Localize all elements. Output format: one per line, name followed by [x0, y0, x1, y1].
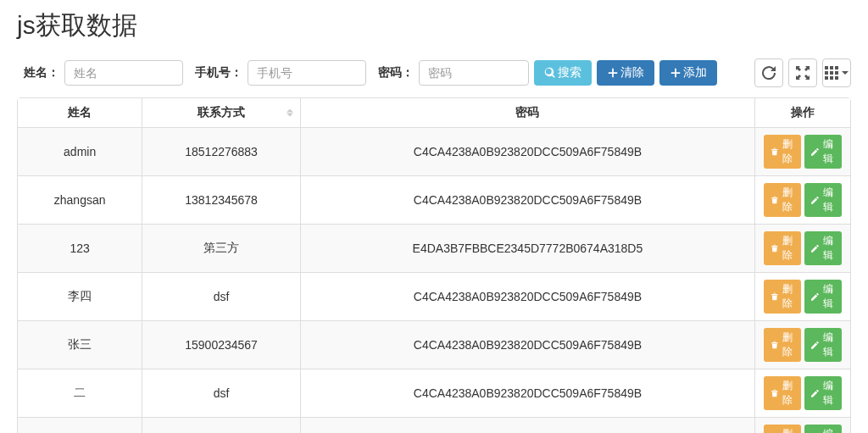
- col-contact[interactable]: 联系方式: [142, 98, 301, 128]
- cell-name: 123: [18, 225, 142, 273]
- table-row: 二 dsf C4CA4238A0B923820DCC509A6F75849B 删…: [18, 369, 850, 418]
- edit-button[interactable]: 编辑: [804, 231, 842, 265]
- pencil-icon: [811, 291, 820, 303]
- trash-icon: [771, 291, 779, 303]
- table-row: 张三 15900234567 C4CA4238A0B923820DCC509A6…: [18, 321, 850, 369]
- edit-button[interactable]: 编辑: [804, 280, 842, 314]
- cell-password: C4CA4238A0B923820DCC509A6F75849B: [301, 176, 755, 225]
- col-name[interactable]: 姓名: [18, 98, 142, 128]
- trash-icon: [771, 242, 779, 254]
- delete-button[interactable]: 删除: [764, 183, 801, 217]
- phone-label: 手机号：: [195, 65, 242, 80]
- cell-name: 张三: [18, 321, 142, 369]
- table-toolbar-right: [754, 58, 851, 87]
- name-input[interactable]: [64, 60, 183, 86]
- cell-password: C4CA4238A0B923820DCC509A6F75849B: [301, 128, 755, 176]
- cell-password: C4CA4238A0B923820DCC509A6F75849B: [301, 273, 755, 321]
- table-row: zhangsan 13812345678 C4CA4238A0B923820DC…: [18, 176, 850, 225]
- cell-contact: dsf: [142, 273, 301, 321]
- cell-contact: dsf: [142, 369, 301, 418]
- delete-button[interactable]: 删除: [764, 376, 801, 410]
- cell-password: C4CA4238A0B923820DCC509A6F75849B: [301, 418, 755, 433]
- cell-name: 李四: [18, 273, 142, 321]
- refresh-button[interactable]: [754, 58, 783, 87]
- cell-contact: 18512276883: [142, 128, 301, 176]
- plus-icon: [607, 67, 619, 79]
- name-label: 姓名：: [24, 65, 59, 80]
- delete-button[interactable]: 删除: [764, 280, 801, 314]
- refresh-icon: [762, 66, 776, 80]
- plus-icon: [670, 67, 682, 79]
- password-label: 密码：: [378, 65, 414, 80]
- pencil-icon: [811, 339, 820, 351]
- col-password[interactable]: 密码: [301, 98, 755, 128]
- delete-button[interactable]: 删除: [764, 135, 801, 169]
- trash-icon: [771, 387, 779, 399]
- edit-button[interactable]: 编辑: [804, 376, 842, 410]
- pencil-icon: [811, 146, 820, 158]
- cell-name: 二: [18, 369, 142, 418]
- phone-input[interactable]: [248, 60, 366, 86]
- password-input[interactable]: [419, 60, 529, 86]
- table-header-row: 姓名 联系方式 密码 操作: [18, 98, 850, 128]
- edit-button[interactable]: 编辑: [804, 425, 842, 433]
- add-button-label: 添加: [683, 65, 707, 80]
- clear-button-label: 清除: [620, 65, 644, 80]
- delete-button[interactable]: 删除: [764, 328, 801, 362]
- trash-icon: [771, 146, 779, 158]
- trash-icon: [771, 339, 779, 351]
- edit-button[interactable]: 编辑: [804, 328, 842, 362]
- clear-button[interactable]: 清除: [597, 60, 654, 86]
- table-row: 二 dsf C4CA4238A0B923820DCC509A6F75849B 删…: [18, 418, 850, 433]
- trash-icon: [771, 194, 779, 206]
- fullscreen-icon: [796, 66, 810, 80]
- fullscreen-button[interactable]: [788, 58, 817, 87]
- cell-contact: dsf: [142, 418, 301, 433]
- sort-indicator-icon: [287, 106, 293, 120]
- columns-button[interactable]: [822, 58, 851, 87]
- edit-button[interactable]: 编辑: [804, 183, 842, 217]
- cell-password: E4DA3B7FBBCE2345D7772B0674A318D5: [301, 225, 755, 273]
- pencil-icon: [811, 194, 820, 206]
- edit-button[interactable]: 编辑: [804, 135, 842, 169]
- table-row: 123 第三方 E4DA3B7FBBCE2345D7772B0674A318D5…: [18, 225, 850, 273]
- delete-button[interactable]: 删除: [764, 231, 801, 265]
- search-button-label: 搜索: [558, 65, 581, 80]
- cell-contact: 第三方: [142, 225, 301, 273]
- data-table: 姓名 联系方式 密码 操作 admin 18512276883 C4CA4238…: [17, 97, 851, 433]
- table-row: 李四 dsf C4CA4238A0B923820DCC509A6F75849B …: [18, 273, 850, 321]
- page-title: js获取数据: [17, 8, 851, 43]
- cell-contact: 15900234567: [142, 321, 301, 369]
- search-button[interactable]: 搜索: [534, 60, 592, 86]
- cell-name: 二: [18, 418, 142, 433]
- search-icon: [544, 67, 556, 79]
- cell-name: admin: [18, 128, 142, 176]
- delete-button[interactable]: 删除: [764, 425, 801, 433]
- search-toolbar: 姓名： 手机号： 密码： 搜索 清除 添加: [17, 58, 851, 87]
- add-button[interactable]: 添加: [659, 60, 717, 86]
- cell-password: C4CA4238A0B923820DCC509A6F75849B: [301, 369, 755, 418]
- pencil-icon: [811, 242, 820, 254]
- cell-password: C4CA4238A0B923820DCC509A6F75849B: [301, 321, 755, 369]
- cell-contact: 13812345678: [142, 176, 301, 225]
- pencil-icon: [811, 387, 820, 399]
- grid-icon: [825, 66, 838, 80]
- cell-name: zhangsan: [18, 176, 142, 225]
- col-ops: 操作: [755, 98, 850, 128]
- table-row: admin 18512276883 C4CA4238A0B923820DCC50…: [18, 128, 850, 176]
